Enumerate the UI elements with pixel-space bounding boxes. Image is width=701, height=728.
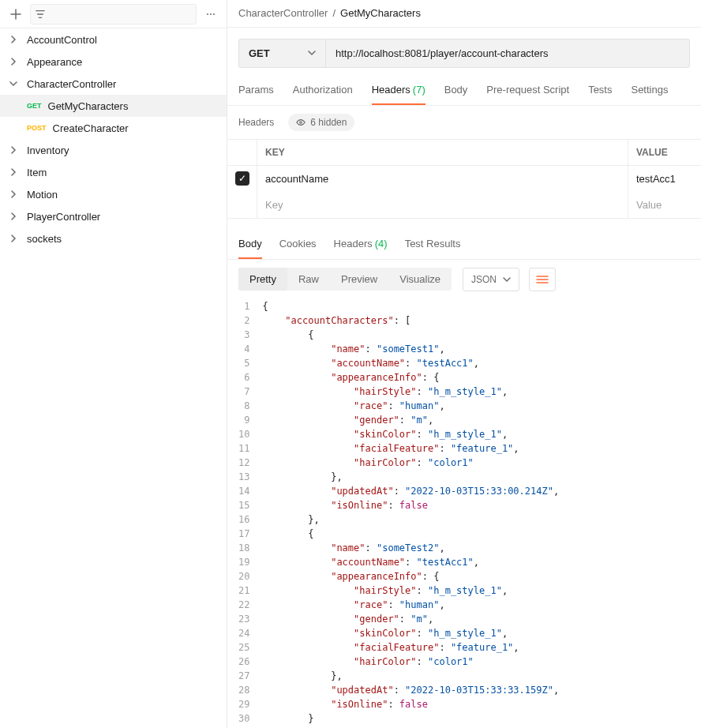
chevron-right-icon — [8, 211, 19, 222]
folder-label: Item — [27, 167, 47, 178]
view-preview[interactable]: Preview — [330, 268, 388, 291]
table-empty-row[interactable]: Key Value — [227, 192, 701, 218]
sidebar-folder[interactable]: AccountControl — [0, 28, 227, 51]
table-row[interactable]: ✓accountNametestAcc1 — [227, 166, 701, 192]
chevron-down-icon — [503, 276, 511, 283]
sidebar-toolbar — [0, 0, 227, 28]
chevron-right-icon — [8, 144, 19, 156]
sidebar-folder[interactable]: Motion — [0, 183, 227, 205]
chevron-right-icon — [8, 167, 19, 178]
view-visualize[interactable]: Visualize — [388, 268, 452, 291]
sidebar-folder[interactable]: PlayerController — [0, 205, 227, 227]
filter-icon — [36, 9, 45, 19]
svg-point-3 — [300, 122, 302, 124]
url-bar: GET — [238, 39, 690, 68]
request-tabs: Params Authorization Headers(7) Body Pre… — [227, 76, 701, 106]
tab-headers[interactable]: Headers(7) — [372, 76, 425, 105]
sidebar-folder[interactable]: sockets — [0, 227, 227, 250]
filter-input[interactable] — [30, 4, 197, 24]
view-tabs: Pretty Raw Preview Visualize — [238, 268, 452, 291]
request-label: GetMyCharacters — [48, 100, 129, 112]
header-key-cell[interactable]: accountName — [257, 166, 628, 192]
tab-body[interactable]: Body — [444, 76, 468, 105]
tab-params[interactable]: Params — [238, 76, 274, 105]
sidebar-request[interactable]: GETGetMyCharacters — [0, 95, 227, 117]
row-checkbox[interactable]: ✓ — [227, 166, 257, 192]
sidebar-folder[interactable]: CharacterController — [0, 73, 227, 95]
tab-prerequest[interactable]: Pre-request Script — [486, 76, 569, 105]
method-tag: GET — [27, 102, 42, 110]
folder-label: Inventory — [27, 144, 69, 156]
col-value: VALUE — [628, 140, 701, 165]
options-button[interactable] — [201, 5, 220, 24]
viewer-toolbar: Pretty Raw Preview Visualize JSON — [227, 260, 701, 299]
sidebar-request[interactable]: POSTCreateCharacter — [0, 117, 227, 139]
sidebar-folder[interactable]: Inventory — [0, 139, 227, 161]
url-input[interactable] — [326, 39, 689, 67]
sidebar: AccountControlAppearanceCharacterControl… — [0, 0, 227, 728]
folder-label: Motion — [27, 189, 58, 201]
folder-label: sockets — [27, 233, 62, 245]
chevron-down-icon — [8, 78, 19, 89]
chevron-down-icon — [308, 49, 316, 57]
svg-point-0 — [207, 13, 208, 15]
main-panel: CharacterController / GetMyCharacters GE… — [227, 0, 701, 728]
response-tabs: Body Cookies Headers(4) Test Results — [227, 230, 701, 260]
folder-label: PlayerController — [27, 211, 100, 223]
breadcrumb: CharacterController / GetMyCharacters — [227, 0, 701, 28]
tab-tests[interactable]: Tests — [588, 76, 612, 105]
method-tag: POST — [27, 124, 47, 132]
method-label: GET — [249, 47, 270, 59]
value-input-placeholder[interactable]: Value — [628, 192, 701, 218]
resp-tab-headers[interactable]: Headers(4) — [334, 230, 388, 259]
svg-point-1 — [210, 13, 212, 15]
chevron-right-icon — [8, 56, 19, 67]
view-raw[interactable]: Raw — [287, 268, 330, 291]
sidebar-folder[interactable]: Appearance — [0, 51, 227, 73]
eye-icon — [296, 118, 306, 127]
chevron-right-icon — [8, 233, 19, 244]
resp-tab-cookies[interactable]: Cookies — [279, 230, 317, 259]
folder-label: Appearance — [27, 56, 82, 68]
header-value-cell[interactable]: testAcc1 — [628, 166, 701, 192]
hidden-headers-toggle[interactable]: 6 hidden — [288, 114, 354, 131]
view-pretty[interactable]: Pretty — [238, 268, 287, 291]
folder-label: CharacterController — [27, 78, 116, 90]
headers-subbar: Headers 6 hidden — [227, 106, 701, 139]
new-button[interactable] — [6, 5, 25, 24]
key-input-placeholder[interactable]: Key — [257, 192, 628, 218]
table-header-row: KEY VALUE — [227, 140, 701, 166]
svg-point-2 — [213, 13, 215, 15]
chevron-right-icon — [8, 34, 19, 45]
resp-tab-body[interactable]: Body — [238, 230, 262, 259]
request-label: CreateCharacter — [53, 122, 129, 134]
breadcrumb-sep: / — [332, 7, 336, 19]
tab-settings[interactable]: Settings — [631, 76, 668, 105]
resp-tab-tests[interactable]: Test Results — [405, 230, 461, 259]
sidebar-folder[interactable]: Item — [0, 161, 227, 183]
headers-label: Headers — [238, 117, 274, 128]
folder-label: AccountControl — [27, 34, 97, 46]
tab-authorization[interactable]: Authorization — [293, 76, 353, 105]
col-key: KEY — [257, 140, 628, 165]
chevron-right-icon — [8, 189, 19, 200]
breadcrumb-current: GetMyCharacters — [340, 7, 421, 19]
wrap-toggle[interactable] — [529, 268, 556, 291]
language-select[interactable]: JSON — [463, 268, 519, 291]
response-body-viewer[interactable]: 1234567891011121314151617181920212223242… — [227, 299, 701, 728]
collection-tree: AccountControlAppearanceCharacterControl… — [0, 28, 227, 250]
breadcrumb-parent[interactable]: CharacterController — [238, 7, 328, 19]
headers-table: KEY VALUE ✓accountNametestAcc1 Key Value — [227, 139, 701, 219]
method-select[interactable]: GET — [239, 39, 326, 67]
